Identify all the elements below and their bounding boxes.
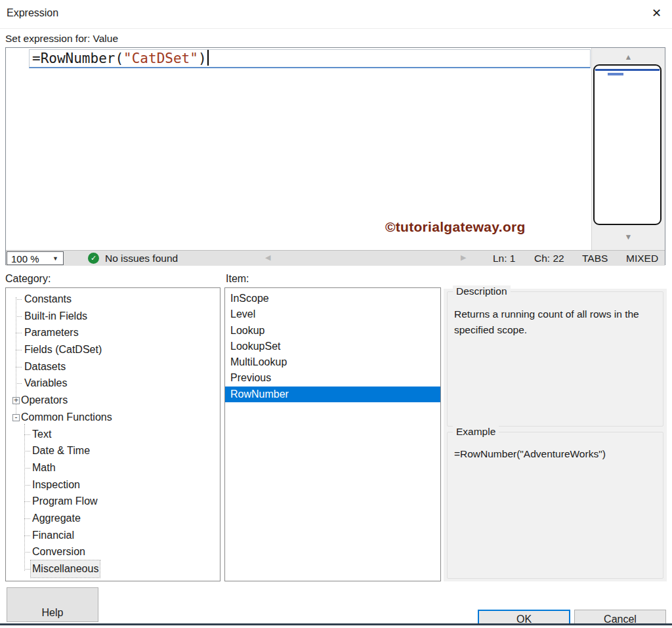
tree-connector (24, 501, 30, 502)
list-item-multilookup[interactable]: MultiLookup (225, 354, 440, 370)
expression-string-literal: "CatDSet" (123, 51, 198, 66)
tree-item-aggregate[interactable]: Aggregate (6, 510, 220, 527)
description-text: Returns a running count of all rows in t… (454, 306, 648, 338)
tree-item-built-in-fields[interactable]: Built-in Fields (6, 308, 220, 325)
watermark-text: ©tutorialgateway.org (385, 219, 526, 235)
tree-connector (24, 552, 30, 553)
tree-item-miscellaneous[interactable]: Miscellaneous (6, 560, 220, 577)
close-icon[interactable]: ✕ (652, 6, 662, 20)
tree-item-date-time[interactable]: Date & Time (6, 442, 220, 459)
scroll-up-icon[interactable]: ▲ (592, 52, 665, 62)
status-char-number: Ch: 22 (534, 251, 564, 265)
tree-item-inspection[interactable]: Inspection (6, 476, 220, 493)
tree-connector (24, 485, 30, 486)
expression-editor-frame: =RowNumber("CatDSet") ©tutorialgateway.o… (5, 47, 665, 265)
tree-item-fields-catdset[interactable]: Fields (CatDSet) (6, 341, 220, 358)
editor-status-bar: 100 % ▼ ✓ No issues found ◀ ▶ Ln: 1 Ch: … (6, 250, 665, 266)
list-item-rownumber-selected[interactable]: RowNumber (225, 387, 440, 402)
tree-item-constants[interactable]: Constants (6, 291, 220, 308)
tree-connector (16, 383, 22, 384)
category-tree-rows: Constants Built-in Fields Parameters Fie… (6, 291, 220, 577)
set-expression-label: Set expression for: Value (5, 33, 118, 45)
tree-item-program-flow[interactable]: Program Flow (6, 493, 220, 510)
details-panel: Description Returns a running count of a… (444, 289, 667, 581)
zoom-level-value: 100 % (11, 253, 39, 265)
tree-item-parameters[interactable]: Parameters (6, 324, 220, 341)
tree-item-datasets[interactable]: Datasets (6, 358, 220, 375)
dialog-title: Expression (7, 7, 58, 19)
tree-item-financial[interactable]: Financial (6, 527, 220, 544)
tree-connector (24, 518, 30, 519)
scrollbar-map-line (595, 69, 660, 71)
tree-connector (16, 316, 22, 317)
scroll-down-icon[interactable]: ▼ (592, 232, 665, 241)
title-bar: Expression ✕ (0, 0, 672, 28)
expand-plus-icon[interactable]: + (12, 397, 20, 404)
background-strip (0, 625, 672, 628)
tree-connector (16, 367, 22, 367)
zoom-level-dropdown[interactable]: 100 % ▼ (7, 251, 64, 265)
list-item-level[interactable]: Level (225, 306, 440, 322)
scrollbar-thumb[interactable] (593, 64, 662, 225)
tree-connector (24, 434, 30, 435)
scrollbar-map-mark (608, 73, 623, 75)
hscroll-right-icon[interactable]: ▶ (461, 253, 466, 262)
tree-item-math[interactable]: Math (6, 459, 220, 476)
collapse-minus-icon[interactable]: - (12, 414, 20, 421)
text-cursor (207, 50, 209, 66)
status-tabs-indicator[interactable]: TABS (582, 251, 608, 265)
expression-text[interactable]: =RowNumber("CatDSet") (32, 50, 209, 67)
help-button[interactable]: Help (7, 587, 98, 622)
tree-item-common-functions[interactable]: -Common Functions (6, 409, 220, 426)
list-item-lookupset[interactable]: LookupSet (225, 339, 440, 354)
status-message: No issues found (105, 251, 178, 265)
chevron-down-icon: ▼ (52, 255, 58, 262)
tree-connector (24, 451, 30, 451)
example-groupbox: Example =RowNumber("AdventureWorks") (447, 432, 663, 579)
tree-item-conversion[interactable]: Conversion (6, 543, 220, 560)
expression-code-area[interactable]: =RowNumber("CatDSet") ©tutorialgateway.o… (6, 48, 592, 250)
tree-connector (16, 299, 22, 300)
hscroll-left-icon[interactable]: ◀ (265, 253, 270, 262)
tree-item-text[interactable]: Text (6, 426, 220, 443)
title-separator (0, 28, 672, 29)
tree-connector (16, 350, 22, 350)
list-item-previous[interactable]: Previous (225, 370, 440, 386)
list-item-lookup[interactable]: Lookup (225, 323, 440, 339)
description-group-label: Description (453, 285, 511, 297)
tree-connector (24, 535, 30, 536)
item-listbox: InScope Level Lookup LookupSet MultiLook… (224, 287, 441, 581)
status-line-number: Ln: 1 (493, 251, 515, 265)
category-label: Category: (5, 273, 51, 285)
tree-item-operators[interactable]: +Operators (6, 392, 220, 409)
tree-connector (16, 333, 22, 333)
example-text: =RowNumber("AdventureWorks") (454, 448, 658, 460)
tree-item-variables[interactable]: Variables (6, 375, 220, 392)
example-group-label: Example (453, 426, 499, 438)
expression-suffix: ) (198, 51, 207, 66)
tree-connector (24, 468, 30, 469)
tree-connector (24, 569, 30, 570)
item-label: Item: (226, 273, 249, 285)
expression-prefix: =RowNumber( (32, 51, 123, 66)
list-item-inscope[interactable]: InScope (225, 291, 440, 306)
status-mixed-indicator[interactable]: MIXED (626, 251, 658, 265)
status-ok-icon: ✓ (88, 253, 99, 264)
category-tree: Constants Built-in Fields Parameters Fie… (5, 287, 220, 581)
editor-vertical-scrollbar: ▲ ▼ (591, 48, 665, 250)
description-groupbox: Description Returns a running count of a… (447, 291, 663, 427)
